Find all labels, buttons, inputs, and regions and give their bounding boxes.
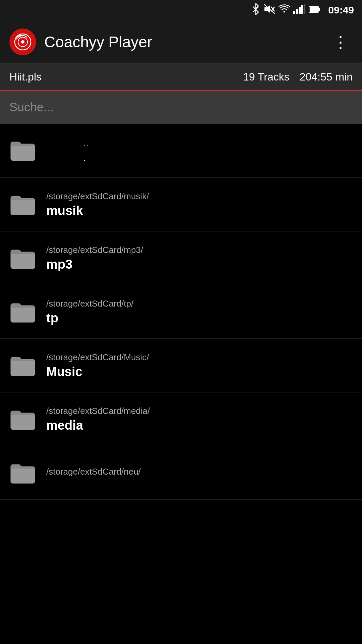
folder-icon (9, 247, 36, 270)
folder-icon (9, 139, 36, 163)
battery-icon (309, 5, 320, 15)
bluetooth-icon (251, 3, 260, 17)
overflow-menu-button[interactable]: ⋮ (329, 29, 353, 55)
svg-rect-8 (304, 4, 305, 14)
parent-item-info: .. . (46, 136, 89, 166)
status-bar: 09:49 (0, 0, 362, 20)
folder-path: /storage/extSdCard/mp3/ (46, 245, 143, 255)
signal-icon (293, 4, 305, 16)
status-time: 09:49 (328, 4, 354, 16)
folder-path: /storage/extSdCard/musik/ (46, 191, 149, 202)
mute-icon (264, 4, 275, 16)
parent-directory-item[interactable]: .. . (0, 124, 362, 178)
folder-path: /storage/extSdCard/tp/ (46, 299, 133, 309)
svg-point-14 (21, 40, 24, 44)
folder-icon (9, 193, 36, 216)
list-item[interactable]: /storage/extSdCard/media/ media (0, 392, 362, 446)
folder-name: Music (46, 365, 149, 379)
playlist-tracks: 19 Tracks (243, 71, 290, 83)
svg-rect-10 (318, 8, 320, 11)
folder-path: /storage/extSdCard/neu/ (46, 467, 141, 477)
list-item[interactable]: /storage/extSdCard/tp/ tp (0, 285, 362, 339)
app-bar: Coachyy Player ⋮ (0, 20, 362, 64)
app-logo (9, 29, 36, 55)
svg-rect-11 (310, 7, 318, 12)
folder-info: /storage/extSdCard/Music/ Music (46, 352, 149, 379)
playlist-name: Hiit.pls (9, 71, 243, 83)
parent-dot: . (83, 149, 89, 166)
folder-list: .. . /storage/extSdCard/musik/ musik /st… (0, 124, 362, 500)
app-title: Coachyy Player (44, 33, 329, 51)
svg-rect-7 (301, 5, 303, 14)
folder-info: /storage/extSdCard/musik/ musik (46, 191, 149, 218)
svg-rect-4 (293, 11, 295, 14)
folder-name: media (46, 418, 150, 433)
folder-name: musik (46, 204, 149, 218)
folder-path: /storage/extSdCard/media/ (46, 406, 150, 416)
list-item[interactable]: /storage/extSdCard/musik/ musik (0, 178, 362, 231)
playlist-bar: Hiit.pls 19 Tracks 204:55 min (0, 64, 362, 91)
wifi-icon (279, 4, 290, 16)
folder-name: mp3 (46, 257, 143, 272)
list-item[interactable]: /storage/extSdCard/neu/ (0, 446, 362, 500)
parent-dots: .. (83, 136, 89, 149)
folder-info: /storage/extSdCard/neu/ (46, 467, 141, 479)
playlist-duration: 204:55 min (300, 71, 353, 83)
list-item[interactable]: /storage/extSdCard/Music/ Music (0, 339, 362, 392)
folder-icon (9, 300, 36, 324)
folder-info: /storage/extSdCard/media/ media (46, 406, 150, 433)
folder-path: /storage/extSdCard/Music/ (46, 352, 149, 363)
svg-rect-6 (299, 7, 301, 14)
folder-info: /storage/extSdCard/tp/ tp (46, 299, 133, 325)
folder-icon (9, 461, 36, 485)
list-item[interactable]: /storage/extSdCard/mp3/ mp3 (0, 231, 362, 285)
search-input[interactable] (9, 100, 353, 114)
folder-icon (9, 354, 36, 377)
folder-info: /storage/extSdCard/mp3/ mp3 (46, 245, 143, 272)
svg-rect-5 (296, 9, 298, 14)
folder-name: tp (46, 311, 133, 325)
status-icons (251, 3, 320, 17)
folder-icon (9, 408, 36, 431)
search-bar (0, 91, 362, 124)
